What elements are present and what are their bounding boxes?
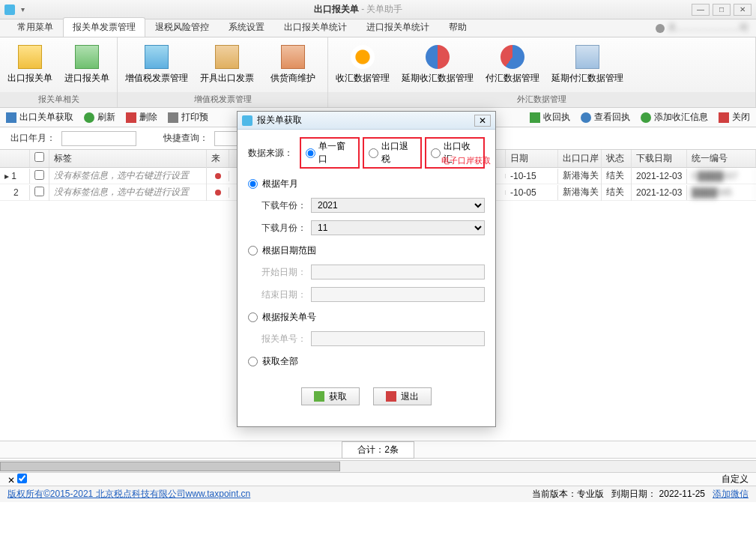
end-date-label: 结束日期： [261,288,306,301]
tool-fetch-export-declaration[interactable]: 出口关单获取 [6,111,73,124]
row-checkbox[interactable] [34,187,44,196]
menu-tab-refund-risk[interactable]: 退税风险管控 [145,17,219,37]
menu-tab-common[interactable]: 常用菜单 [7,17,63,37]
exit-icon [386,391,396,402]
user-name: 天…………………司 [668,22,749,34]
row-tag: 没有标签信息，选中右键进行设置 [49,167,207,184]
menu-tab-help[interactable]: 帮助 [439,17,477,37]
annotation-eport: 电子口岸获取 [441,155,491,166]
status-dot-icon [215,173,221,179]
download-icon [314,391,324,402]
row-dl-date: 2021-12-03 [632,185,687,200]
dialog-close-button[interactable]: ✕ [474,115,491,127]
declaration-no-input [311,331,485,346]
row-source [207,187,229,198]
tool-view-receipt[interactable]: 查看回执 [581,111,630,124]
tool-delete[interactable]: 删除 [126,111,157,124]
user-icon [656,24,665,33]
pie-chart-icon [501,45,524,69]
horizontal-scrollbar[interactable] [0,460,756,472]
start-date-field: 开始日期： [261,265,485,279]
close-window-button[interactable]: ✕ [734,4,752,16]
fetch-button[interactable]: 获取 [301,387,360,405]
minimize-button[interactable]: — [692,4,710,16]
option-by-declaration-no[interactable]: 根据报关单号 [248,311,485,324]
option-by-date-range[interactable]: 根据日期范围 [248,244,485,257]
document-import-icon [75,45,99,69]
dialog-title-bar[interactable]: 报关单获取 ✕ [238,112,495,130]
col-tag[interactable]: 标签 [49,150,207,167]
ribbon-issue-export-invoice[interactable]: 开具出口发票 [197,40,257,89]
tool-close[interactable]: 关闭 [719,111,750,124]
row-status: 结关 [602,167,632,184]
col-download-date[interactable]: 下载日期 [632,150,687,167]
fetch-declaration-dialog: 报关单获取 ✕ 数据来源： 单一窗口 出口退税 出口收汇 电子口岸获取 根据年月… [237,111,496,427]
add-wechat-link[interactable]: 添加微信 [713,489,749,499]
ribbon-export-declaration[interactable]: 出口报关单 [4,40,55,89]
maximize-button[interactable]: □ [713,4,731,16]
col-source[interactable]: 来 [207,150,229,167]
dialog-title-text: 报关单获取 [257,114,302,127]
year-select[interactable]: 2021 [311,198,485,213]
col-unified-no[interactable]: 统一编号 [687,150,756,167]
save-icon [6,112,16,123]
option-by-yearmonth[interactable]: 根据年月 [248,178,485,190]
status-right: 当前版本：专业版 到期日期： 2022-11-25 添加微信 [532,488,749,501]
select-all-checkbox[interactable] [34,152,44,162]
month-field: 下载月份： 11 [261,220,485,235]
option-fetch-all[interactable]: 获取全部 [248,355,485,368]
tool-receipt[interactable]: 收回执 [530,111,570,124]
ribbon-import-declaration[interactable]: 进口报关单 [61,40,112,89]
ribbon-supplier-maintain[interactable]: 供货商维护 [263,40,323,89]
toggle-checkbox[interactable] [17,474,27,483]
declaration-no-field: 报关单号： [261,331,485,346]
source-single-window[interactable]: 单一窗口 [300,137,360,169]
ribbon-payment-mgmt[interactable]: 付汇数据管理 [483,40,542,89]
grid-summary: 合计：2条 [0,441,756,459]
ribbon-receipt-mgmt[interactable]: 收汇数据管理 [333,40,393,89]
row-index: ▸ 1 [0,169,30,184]
tool-print-preview[interactable]: 打印预 [168,111,208,124]
user-info[interactable]: 天…………………司 [656,22,749,34]
exit-button[interactable]: 退出 [373,387,432,405]
tool-refresh[interactable]: 刷新 [84,111,115,124]
dialog-body: 数据来源： 单一窗口 出口退税 出口收汇 电子口岸获取 根据年月 下载年份： 2… [238,130,495,426]
row-date: -10-15 [506,169,558,184]
version-label: 当前版本：专业版 [532,489,604,499]
source-export-refund[interactable]: 出口退税 [363,137,423,169]
toggle-left[interactable]: ✕ [7,474,27,486]
customize-link[interactable]: 自定义 [722,473,749,486]
ribbon-deferred-payment-mgmt[interactable]: 延期付汇数据管理 [548,40,626,89]
print-icon [168,112,178,123]
expire-date: 2022-11-25 [659,489,705,499]
receipt-icon [530,112,540,123]
year-label: 下载年份： [261,199,306,212]
toggle-bar: ✕ 自定义 [0,472,756,486]
row-port: 新港海关 [558,167,602,184]
row-source [207,171,229,181]
month-select[interactable]: 11 [311,220,485,235]
col-port[interactable]: 出口口岸 [558,150,602,167]
menu-tab-import-stats[interactable]: 进口报关单统计 [357,17,439,37]
copyright-link[interactable]: 版权所有©2015-2021 北京税点科技有限公司www.taxpoint.cn [7,488,250,501]
document-icon [575,45,599,69]
add-icon [641,112,651,123]
ribbon-deferred-receipt-mgmt[interactable]: 延期收汇数据管理 [399,40,477,89]
menu-tab-declaration-invoice[interactable]: 报关单发票管理 [63,17,145,37]
menu-tab-export-stats[interactable]: 出口报关单统计 [274,17,357,37]
row-checkbox[interactable] [34,170,44,180]
menu-tab-system-settings[interactable]: 系统设置 [219,17,274,37]
scrollbar-thumb[interactable] [0,462,340,471]
status-dot-icon [215,190,221,196]
col-status[interactable]: 状态 [602,150,632,167]
end-date-field: 结束日期： [261,287,485,302]
row-index: 2 [0,185,30,200]
export-yearmonth-input[interactable] [61,131,136,146]
supplier-icon [281,45,305,69]
ribbon-vat-invoice-mgmt[interactable]: 增值税发票管理 [122,40,191,89]
issue-invoice-icon [215,45,239,69]
summary-count: 合计：2条 [342,441,414,459]
row-status: 结关 [602,184,632,201]
col-date[interactable]: 日期 [506,150,558,167]
tool-add-receipt-info[interactable]: 添加收汇信息 [641,111,708,124]
